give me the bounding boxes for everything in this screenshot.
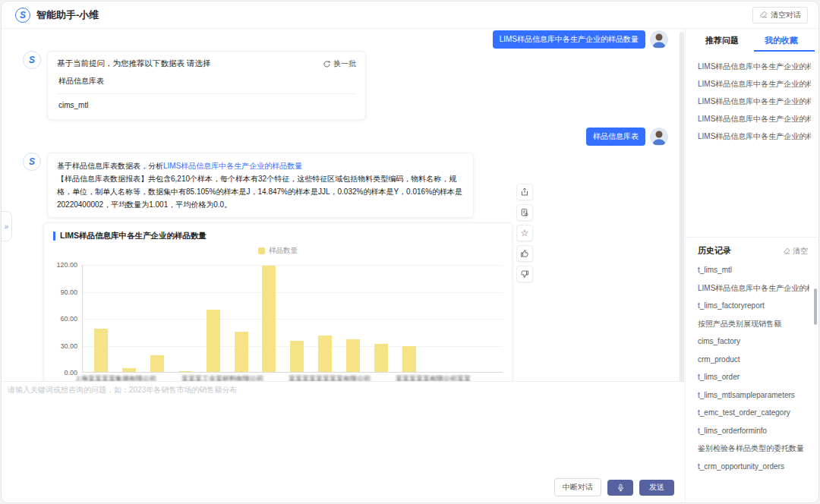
history-item[interactable]: t_lims_factoryreport [698, 297, 809, 315]
tab-my-favorites[interactable]: 我的收藏 [765, 35, 798, 46]
history-title: 历史记录 [698, 245, 731, 257]
app-window: S 智能助手-小维 清空对话 LIMS样品信息库中各生产企业的样品数量 S 基于… [1, 1, 819, 503]
y-tick-label: 120.00 [56, 261, 77, 269]
bar [122, 368, 136, 372]
bar [178, 371, 192, 372]
bar [262, 266, 276, 372]
recommended-question-list: LIMS样品信息库中各生产企业的样品...LIMS样品信息库中各生产企业的样品.… [686, 52, 818, 237]
legend-swatch [258, 247, 265, 254]
clear-history-button[interactable]: 清空 [783, 246, 808, 257]
x-tick-label-blurred: 上海某某某某集团有限公司 [74, 374, 156, 381]
table-option[interactable]: cims_mtl [57, 93, 356, 116]
history-item[interactable]: t_lims_mtl [698, 261, 809, 279]
bar [318, 335, 332, 373]
assistant-avatar: S [23, 51, 41, 69]
history-list: t_lims_mtlLIMS样品信息库中各生产企业的样品...t_lims_fa… [686, 260, 818, 475]
history-header: 历史记录 清空 [686, 238, 818, 260]
star-icon: ☆ [521, 228, 529, 238]
y-tick-label: 60.00 [60, 315, 77, 323]
y-tick-label: 90.00 [60, 288, 77, 296]
history-item[interactable]: t_lims_order [698, 368, 809, 386]
export-icon [520, 187, 529, 197]
eraser-icon [783, 247, 790, 255]
analysis-headline: 基于样品信息库表数据表，分析LIMS样品信息库中各生产企业的样品数量 [57, 159, 464, 172]
assistant-message-row: S 基于样品信息库表数据表，分析LIMS样品信息库中各生产企业的样品数量 【样品… [2, 153, 685, 218]
table-option[interactable]: 样品信息库表 [57, 69, 356, 93]
bar [207, 310, 220, 372]
sidebar-scrollbar[interactable] [814, 288, 817, 325]
x-tick-label-blurred: 某某某某某某某某有限公司 [289, 374, 371, 381]
sidebar-tabs: 推荐问题 我的收藏 [686, 29, 818, 52]
recommended-question-item[interactable]: LIMS样品信息库中各生产企业的样品... [698, 93, 811, 110]
user-message-row: 样品信息库表 [2, 128, 685, 146]
recommend-tables-card: 基于当前提问，为您推荐以下数据表 请选择 换一批 样品信息库表cims_mtl [47, 51, 366, 120]
assistant-avatar: S [23, 153, 41, 171]
history-item[interactable]: t_emc_test_order_category [698, 404, 809, 422]
recommend-options: 样品信息库表cims_mtl [57, 69, 356, 116]
user-message-bubble: 样品信息库表 [586, 128, 645, 146]
bar [235, 332, 248, 372]
user-message-row: LIMS样品信息库中各生产企业的样品数量 [2, 30, 685, 49]
eraser-icon [759, 11, 768, 19]
history-item[interactable]: t_crm_opportunity_orders [698, 458, 809, 476]
chat-scrollbar[interactable] [680, 32, 684, 381]
app-title: 智能助手-小维 [36, 8, 99, 22]
microphone-icon [617, 484, 625, 492]
x-tick-label-blurred: 某某某工业某材料有限公司 [181, 374, 263, 381]
recommended-question-item[interactable]: LIMS样品信息库中各生产企业的样品... [698, 58, 811, 75]
x-axis-labels: 上海某某某某集团有限公司某某某工业某材料有限公司某某某某某某某某有限公司某某某某… [74, 374, 471, 381]
assistant-message-row: S 基于当前提问，为您推荐以下数据表 请选择 换一批 样品信息库表cims_mt… [2, 51, 685, 120]
history-item[interactable]: LIMS样品信息库中各生产企业的样品... [698, 279, 809, 298]
chat-input[interactable] [8, 385, 679, 464]
analysis-prefix: 基于样品信息库表数据表，分析 [57, 162, 163, 170]
thumbs-down-icon [520, 269, 529, 279]
bar [290, 341, 304, 372]
analysis-detail: 【样品信息库表数据报表】共包含6,210个样本，每个样本有32个特征，这些特征区… [57, 172, 464, 211]
chart-card: LIMS样品信息库中各生产企业的样品数量 样品数量 120.0090.0060.… [43, 222, 512, 381]
input-area: 中断对话 发送 [2, 381, 685, 502]
history-item[interactable]: 按照产品类别展现销售额 [698, 315, 809, 333]
history-item[interactable]: cims_factory [698, 332, 809, 351]
favorite-button[interactable]: ☆ [516, 225, 533, 241]
microphone-button[interactable] [607, 480, 633, 496]
refresh-batch-button[interactable]: 换一批 [323, 58, 356, 69]
collapse-panel-handle[interactable]: » [2, 211, 12, 241]
analysis-card: 基于样品信息库表数据表，分析LIMS样品信息库中各生产企业的样品数量 【样品信息… [47, 153, 474, 218]
like-button[interactable] [516, 245, 533, 262]
recommended-question-item[interactable]: LIMS样品信息库中各生产企业的样品... [698, 75, 811, 93]
clear-history-label: 清空 [793, 246, 808, 257]
clear-conversation-button[interactable]: 清空对话 [752, 7, 808, 24]
send-row: 中断对话 发送 [554, 478, 674, 496]
title-accent-bar [53, 232, 55, 241]
dislike-button[interactable] [516, 266, 533, 282]
recommended-question-item[interactable]: LIMS样品信息库中各生产企业的样品... [698, 110, 811, 128]
legend-label: 样品数量 [269, 246, 298, 256]
y-tick-label: 30.00 [60, 342, 77, 350]
history-item[interactable]: t_lims_mtlsampleparameters [698, 386, 809, 405]
history-item[interactable]: 鉴别检验各样品类型的委托数量 [698, 439, 809, 458]
recommended-question-item[interactable]: LIMS样品信息库中各生产企业的样品... [698, 128, 811, 145]
send-button[interactable]: 发送 [639, 480, 674, 496]
x-tick-label-blurred: 某某某某某有限公司某某 [396, 374, 471, 381]
chart-action-bar: ☆ [516, 184, 533, 282]
bar [94, 329, 108, 372]
interrupt-button[interactable]: 中断对话 [554, 478, 601, 496]
right-sidebar: 推荐问题 我的收藏 LIMS样品信息库中各生产企业的样品...LIMS样品信息库… [685, 29, 818, 502]
report-icon [520, 208, 529, 217]
chart-message-row: LIMS样品信息库中各生产企业的样品数量 样品数量 120.0090.0060.… [2, 222, 685, 381]
double-chevron-right-icon: » [5, 222, 9, 231]
y-axis-labels: 120.0090.0060.0030.000.00 [53, 265, 82, 373]
bars [87, 264, 423, 372]
plot-area [82, 265, 503, 373]
user-message-bubble: LIMS样品信息库中各生产企业的样品数量 [493, 30, 645, 49]
analysis-question-link[interactable]: LIMS样品信息库中各生产企业的样品数量 [163, 162, 302, 170]
export-button[interactable] [516, 184, 533, 200]
history-item[interactable]: crm_product [698, 351, 809, 369]
bar [150, 355, 164, 373]
bar [374, 344, 388, 372]
report-button[interactable] [516, 204, 533, 221]
tab-recommended-questions[interactable]: 推荐问题 [705, 35, 739, 46]
history-item[interactable]: t_lims_orderforminfo [698, 422, 809, 440]
header: S 智能助手-小维 清空对话 [2, 2, 818, 29]
bar [402, 346, 416, 372]
